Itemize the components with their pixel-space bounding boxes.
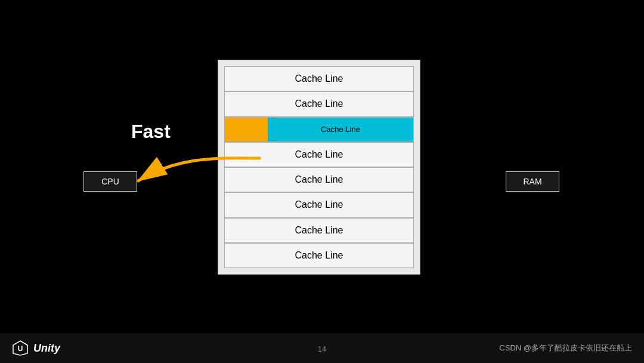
fast-label: Fast <box>131 121 171 143</box>
cache-line-normal: Cache Line <box>225 168 413 192</box>
cache-diagram: Cache Line Cache Line Cache Line Cache L… <box>218 60 420 275</box>
cache-line-normal: Cache Line <box>225 67 413 91</box>
ram-label: RAM <box>523 177 541 186</box>
cache-line-cyan: Cache Line <box>268 118 413 141</box>
cache-line-row: Cache Line <box>224 218 414 243</box>
cache-line-highlighted-row: Cache Line <box>224 117 414 142</box>
cache-line-text: Cache Line <box>295 199 343 210</box>
cache-line-text: Cache Line <box>295 99 343 109</box>
cache-line-normal: Cache Line <box>225 244 413 267</box>
unity-icon: U <box>12 340 29 356</box>
svg-text:U: U <box>18 344 23 353</box>
cache-line-normal: Cache Line <box>225 143 413 167</box>
cpu-box: CPU <box>83 171 137 192</box>
page-number: 14 <box>318 344 326 353</box>
cache-line-row: Cache Line <box>224 192 414 217</box>
cache-line-row: Cache Line <box>224 91 414 116</box>
cache-line-yellow <box>225 118 268 141</box>
cache-line-text: Cache Line <box>268 118 413 141</box>
cache-line-normal: Cache Line <box>225 92 413 116</box>
cache-line-normal: Cache Line <box>225 193 413 217</box>
unity-brand-text: Unity <box>33 342 60 355</box>
cache-line-text: Cache Line <box>295 225 343 236</box>
csdn-watermark: CSDN @多年了酷拉皮卡依旧还在船上 <box>499 343 632 353</box>
cache-line-text: Cache Line <box>295 73 343 84</box>
ram-box: RAM <box>506 171 559 192</box>
cache-line-row: Cache Line <box>224 142 414 167</box>
slide: Fast Cache Line Cache Line Cache Line <box>0 0 644 363</box>
bottom-bar: U Unity 14 CSDN @多年了酷拉皮卡依旧还在船上 <box>0 333 644 363</box>
cache-line-text: Cache Line <box>295 250 343 261</box>
cache-line-row: Cache Line <box>224 66 414 91</box>
cache-line-row: Cache Line <box>224 243 414 268</box>
cache-line-row: Cache Line <box>224 167 414 192</box>
cache-line-text: Cache Line <box>295 174 343 185</box>
cpu-label: CPU <box>101 177 119 186</box>
unity-logo: U Unity <box>12 340 60 356</box>
cache-line-text: Cache Line <box>295 149 343 160</box>
cache-line-normal: Cache Line <box>225 219 413 242</box>
